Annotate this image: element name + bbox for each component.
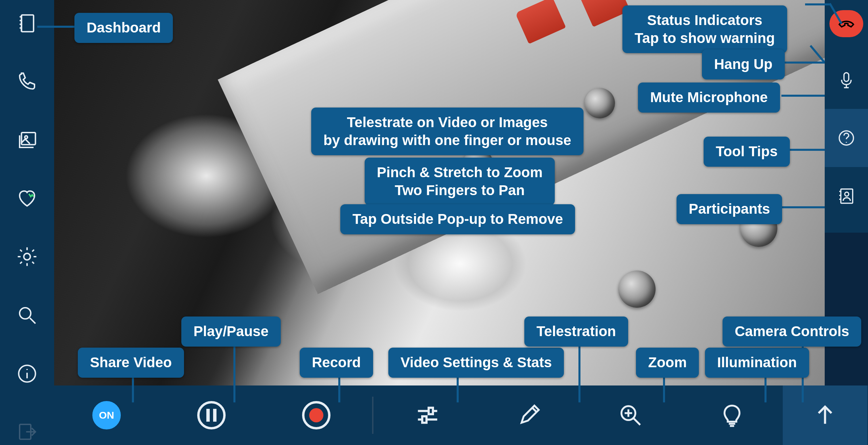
leader-line — [781, 95, 825, 97]
svg-rect-7 — [844, 73, 849, 81]
phone-down-icon — [837, 14, 856, 33]
zoom-in-icon — [618, 402, 643, 428]
gallery-button[interactable] — [12, 127, 42, 153]
callout-mute-mic: Mute Microphone — [638, 83, 780, 113]
callout-pinch: Pinch & Stretch to Zoom Two Fingers to P… — [365, 158, 555, 205]
callout-telestration: Telestration — [524, 317, 628, 347]
record-icon — [302, 401, 330, 429]
phone-icon — [16, 70, 38, 93]
callout-zoom: Zoom — [636, 348, 699, 378]
callout-hang-up: Hang Up — [702, 49, 785, 79]
callout-telestrate: Telestrate on Video or Images by drawing… — [311, 108, 584, 155]
svg-rect-11 — [429, 408, 433, 414]
leader-line — [233, 338, 235, 402]
callout-tool-tips: Tool Tips — [704, 137, 790, 167]
info-icon — [16, 362, 38, 385]
leader-line — [805, 3, 830, 5]
image-stack-icon — [16, 129, 38, 151]
book-icon — [16, 12, 38, 34]
settings-button[interactable] — [12, 244, 42, 270]
leader-line — [785, 149, 825, 151]
svg-point-3 — [24, 254, 30, 260]
bulb-icon — [719, 402, 745, 428]
callout-tap-outside: Tap Outside Pop-up to Remove — [340, 204, 575, 234]
dashboard-button[interactable] — [12, 10, 42, 37]
heart-icon — [16, 187, 38, 210]
callout-play-pause: Play/Pause — [181, 317, 281, 347]
callout-share-video: Share Video — [78, 348, 184, 378]
health-button[interactable] — [12, 185, 42, 212]
callout-record: Record — [300, 348, 373, 378]
info-button[interactable] — [12, 360, 42, 387]
svg-rect-0 — [22, 15, 34, 32]
leader-line — [37, 26, 78, 28]
mic-icon — [837, 70, 856, 89]
callout-illumination: Illumination — [705, 348, 809, 378]
record-button[interactable] — [264, 385, 369, 445]
leader-line — [781, 206, 825, 208]
gear-icon — [16, 245, 38, 268]
exit-icon — [16, 421, 38, 443]
pause-icon — [197, 401, 226, 429]
contacts-icon — [837, 187, 856, 206]
play-pause-button[interactable] — [159, 385, 264, 445]
participants-button[interactable] — [825, 167, 868, 225]
left-sidebar — [0, 0, 54, 445]
magnifier-icon — [16, 304, 38, 326]
callout-video-settings: Video Settings & Stats — [388, 348, 564, 378]
bottom-bar: ON — [54, 385, 868, 445]
video-settings-button[interactable] — [377, 385, 478, 445]
separator — [372, 397, 373, 434]
app-root: ON — [0, 0, 868, 445]
zoom-button[interactable] — [580, 385, 681, 445]
hangup-button[interactable] — [829, 10, 863, 37]
callout-dashboard: Dashboard — [74, 13, 173, 43]
right-sidebar — [825, 0, 868, 233]
sliders-icon — [415, 402, 440, 428]
pencil-icon — [516, 402, 542, 428]
camera-controls-button[interactable] — [783, 385, 867, 445]
exit-button[interactable] — [12, 419, 42, 445]
search-button[interactable] — [12, 302, 42, 328]
svg-point-4 — [20, 308, 31, 319]
arrow-up-icon — [812, 402, 838, 428]
leader-line — [578, 338, 580, 402]
svg-rect-12 — [422, 416, 427, 423]
illumination-button[interactable] — [681, 385, 783, 445]
share-video-button[interactable]: ON — [54, 385, 159, 445]
help-icon — [837, 128, 856, 147]
call-button[interactable] — [12, 69, 42, 95]
share-on-label: ON — [99, 409, 114, 421]
on-pill-icon: ON — [92, 401, 121, 429]
mute-button[interactable] — [825, 51, 868, 109]
callout-participants: Participants — [677, 194, 782, 224]
tooltips-button[interactable] — [825, 109, 868, 167]
callout-status-indicators: Status Indicators Tap to show warning — [622, 5, 787, 53]
svg-point-10 — [845, 192, 849, 196]
telestration-button[interactable] — [478, 385, 580, 445]
callout-camera-controls: Camera Controls — [723, 317, 861, 347]
